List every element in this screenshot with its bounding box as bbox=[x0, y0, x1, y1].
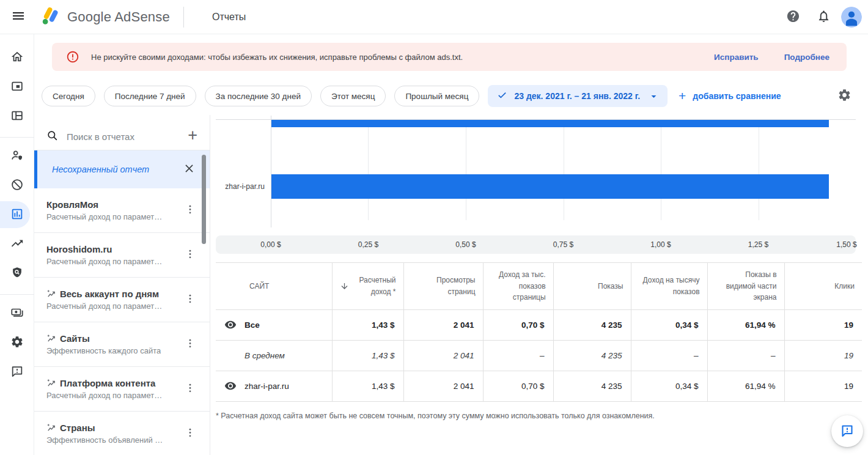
metric-value: 2 041 bbox=[403, 309, 483, 340]
unsaved-report-item[interactable]: Несохраненный отчет bbox=[34, 150, 210, 188]
column-header[interactable]: Показы в видимой части экрана bbox=[707, 263, 784, 310]
three-dot-menu-icon bbox=[184, 248, 196, 262]
column-header[interactable]: Доход на тысячу показов bbox=[631, 263, 707, 310]
column-header-label: Просмотры страниц bbox=[436, 276, 475, 296]
feedback-fab[interactable] bbox=[831, 415, 863, 447]
page-title: Отчеты bbox=[212, 12, 246, 23]
optimization-icon bbox=[10, 237, 24, 252]
rail-item-settings[interactable] bbox=[0, 329, 30, 356]
chart-plot bbox=[271, 116, 856, 234]
rail-item-home[interactable] bbox=[0, 44, 30, 71]
help-button[interactable] bbox=[780, 4, 806, 30]
top-app-bar: Google AdSense Отчеты bbox=[0, 0, 868, 34]
new-report-button[interactable]: + bbox=[183, 127, 202, 146]
visibility-eye-icon[interactable] bbox=[224, 380, 237, 392]
account-avatar[interactable] bbox=[841, 7, 862, 28]
rail-item-payments[interactable] bbox=[0, 300, 30, 327]
search-icon bbox=[46, 130, 59, 144]
report-options-button[interactable] bbox=[184, 204, 196, 218]
column-header[interactable]: Клики bbox=[784, 263, 862, 310]
date-preset-button[interactable]: Этот месяц bbox=[320, 86, 386, 106]
date-preset-button[interactable]: Прошлый месяц bbox=[394, 86, 479, 106]
date-range-chip[interactable]: 23 дек. 2021 г. – 21 янв. 2022 г. bbox=[488, 85, 668, 107]
metric-value: 1,43 $ bbox=[332, 309, 403, 340]
chevron-down-icon bbox=[648, 91, 660, 102]
suggested-report-icon bbox=[46, 334, 56, 343]
bell-icon bbox=[817, 9, 831, 25]
reports-sidebar: + Несохраненный отчет КровляМояРасчетный… bbox=[34, 115, 210, 455]
table-row: Все1,43 $2 0410,70 $4 2350,34 $61,94 %19 bbox=[216, 309, 862, 340]
column-header-label: Показы bbox=[598, 282, 623, 290]
chart-axis-tick-label: 1,25 $ bbox=[748, 235, 768, 254]
rail-item-privacy-messaging[interactable] bbox=[0, 142, 30, 169]
chart-x-axis: 0,00 $0,25 $0,50 $0,75 $1,00 $1,25 $1,50… bbox=[216, 235, 856, 254]
report-settings-button[interactable] bbox=[831, 83, 857, 109]
metric-value: 0,34 $ bbox=[631, 371, 707, 401]
chart-axis-tick-label: 0,50 $ bbox=[455, 235, 476, 254]
eye-placeholder bbox=[224, 349, 237, 361]
feedback-icon bbox=[840, 423, 855, 440]
column-header-label: Доход за тыс. показов страницы bbox=[499, 270, 545, 301]
search-input[interactable] bbox=[67, 131, 183, 142]
metric-value: 2 041 bbox=[403, 371, 483, 401]
report-list-item[interactable]: Весь аккаунт по днямРасчетный доход по п… bbox=[34, 278, 210, 322]
report-title: Платформа контента bbox=[60, 378, 155, 388]
date-preset-button[interactable]: Сегодня bbox=[42, 86, 95, 106]
learn-more-button[interactable]: Подробнее bbox=[784, 53, 829, 62]
chart-axis-tick-label: 0,00 $ bbox=[260, 235, 281, 254]
chart-gridline bbox=[466, 120, 466, 220]
report-subtitle: Расчетный доход по парамет… bbox=[46, 212, 162, 221]
report-list-item[interactable]: СайтыЭффективность каждого сайта bbox=[34, 322, 210, 367]
report-list-item[interactable]: СтраныЭффективность объявлений … bbox=[34, 412, 210, 455]
rail-item-reports[interactable] bbox=[0, 201, 30, 228]
column-header-label: Расчетный доход * bbox=[359, 276, 395, 296]
date-preset-button[interactable]: За последние 30 дней bbox=[205, 86, 312, 106]
privacy-messaging-icon bbox=[10, 149, 24, 164]
add-comparison-label: добавить сравнение bbox=[693, 91, 781, 101]
adsense-logo[interactable]: Google AdSense bbox=[39, 5, 170, 29]
close-report-button[interactable] bbox=[183, 163, 195, 176]
check-icon bbox=[497, 90, 507, 102]
report-options-button[interactable] bbox=[184, 248, 196, 262]
rail-item-policy-center[interactable] bbox=[0, 260, 30, 287]
report-list-item[interactable]: Платформа контентаРасчетный доход по пар… bbox=[34, 367, 210, 412]
rail-item-ads[interactable] bbox=[0, 73, 30, 100]
chart-viewport[interactable]: zhar-i-par.ru bbox=[216, 116, 856, 234]
notifications-button[interactable] bbox=[811, 4, 836, 30]
report-title: Сайты bbox=[60, 333, 90, 344]
rail-item-sites[interactable] bbox=[0, 103, 30, 130]
chart-bar[interactable] bbox=[271, 120, 829, 127]
rail-item-feedback[interactable] bbox=[0, 358, 30, 385]
three-dot-menu-icon bbox=[184, 338, 196, 352]
report-options-button[interactable] bbox=[184, 338, 196, 352]
column-header[interactable]: САЙТ bbox=[216, 263, 332, 310]
three-dot-menu-icon bbox=[184, 293, 196, 307]
bar-chart: zhar-i-par.ru 0,00 $0,25 $0,50 $0,75 $1,… bbox=[216, 116, 856, 254]
date-presets: СегодняПоследние 7 днейЗа последние 30 д… bbox=[42, 86, 488, 106]
column-header-label: Клики bbox=[834, 282, 855, 290]
adsense-logo-icon bbox=[39, 5, 61, 29]
report-options-button[interactable] bbox=[184, 382, 196, 396]
table-footnote: * Расчетная доход сайта может быть не со… bbox=[216, 412, 862, 420]
report-options-button[interactable] bbox=[184, 427, 196, 441]
column-header[interactable]: Показы bbox=[553, 263, 631, 310]
column-header[interactable]: Просмотры страниц bbox=[403, 263, 483, 310]
rail-item-blocking-controls[interactable] bbox=[0, 172, 30, 199]
fix-button[interactable]: Исправить bbox=[714, 53, 759, 62]
report-list-item[interactable]: Horoshidom.ruРасчетный доход по парамет… bbox=[34, 233, 210, 278]
menu-button[interactable] bbox=[5, 4, 32, 31]
column-header[interactable]: Доход за тыс. показов страницы bbox=[483, 263, 553, 310]
rail-item-optimization[interactable] bbox=[0, 231, 30, 257]
rail-divider bbox=[0, 137, 34, 138]
gear-icon bbox=[837, 88, 851, 104]
chart-bar[interactable] bbox=[271, 174, 829, 199]
report-subtitle: Эффективность каждого сайта bbox=[46, 346, 161, 355]
report-options-button[interactable] bbox=[184, 293, 196, 307]
sidebar-scrollbar[interactable] bbox=[202, 155, 206, 244]
visibility-eye-icon[interactable] bbox=[224, 319, 237, 331]
report-list-item[interactable]: КровляМояРасчетный доход по парамет… bbox=[34, 188, 210, 233]
column-header[interactable]: Расчетный доход * bbox=[332, 263, 403, 310]
add-comparison-button[interactable]: + добавить сравнение bbox=[679, 91, 781, 102]
suggested-report-icon bbox=[46, 289, 56, 298]
date-preset-button[interactable]: Последние 7 дней bbox=[104, 86, 196, 106]
